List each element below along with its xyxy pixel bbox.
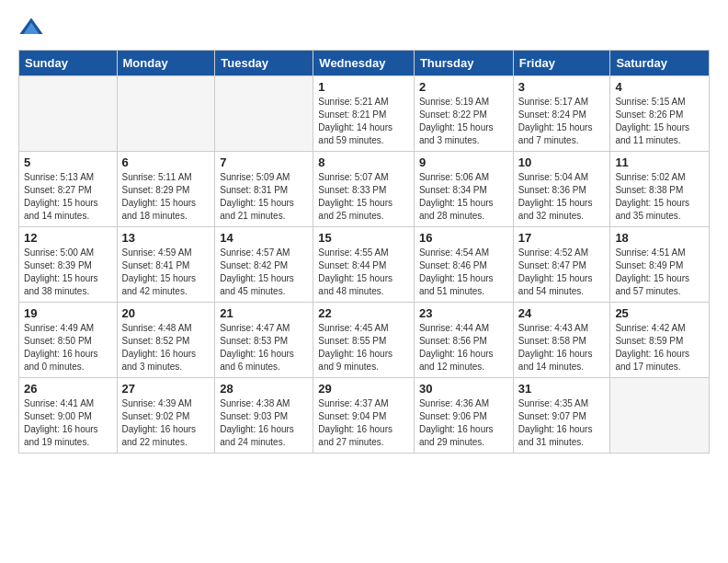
day-number: 26 xyxy=(24,382,112,396)
calendar-cell: 16Sunrise: 4:54 AM Sunset: 8:46 PM Dayli… xyxy=(414,227,513,303)
day-number: 1 xyxy=(318,80,409,94)
day-number: 30 xyxy=(419,382,508,396)
calendar-cell: 14Sunrise: 4:57 AM Sunset: 8:42 PM Dayli… xyxy=(215,227,313,303)
day-info: Sunrise: 5:06 AM Sunset: 8:34 PM Dayligh… xyxy=(419,171,508,223)
day-info: Sunrise: 4:37 AM Sunset: 9:04 PM Dayligh… xyxy=(318,397,409,449)
calendar-cell: 8Sunrise: 5:07 AM Sunset: 8:33 PM Daylig… xyxy=(313,152,415,227)
day-info: Sunrise: 4:54 AM Sunset: 8:46 PM Dayligh… xyxy=(419,247,508,298)
day-info: Sunrise: 4:35 AM Sunset: 9:07 PM Dayligh… xyxy=(518,397,606,449)
calendar-cell: 7Sunrise: 5:09 AM Sunset: 8:31 PM Daylig… xyxy=(215,152,313,227)
day-info: Sunrise: 5:09 AM Sunset: 8:31 PM Dayligh… xyxy=(220,171,308,223)
calendar-cell: 9Sunrise: 5:06 AM Sunset: 8:34 PM Daylig… xyxy=(414,152,513,227)
calendar-cell: 11Sunrise: 5:02 AM Sunset: 8:38 PM Dayli… xyxy=(610,152,710,227)
day-number: 23 xyxy=(419,306,508,320)
calendar-cell: 18Sunrise: 4:51 AM Sunset: 8:49 PM Dayli… xyxy=(610,227,710,303)
page: SundayMondayTuesdayWednesdayThursdayFrid… xyxy=(0,0,728,468)
day-number: 2 xyxy=(419,80,508,94)
day-number: 11 xyxy=(615,155,704,169)
day-number: 18 xyxy=(615,231,704,245)
day-header-sunday: Sunday xyxy=(19,51,118,76)
calendar-cell: 27Sunrise: 4:39 AM Sunset: 9:02 PM Dayli… xyxy=(117,378,215,454)
calendar-week-2: 12Sunrise: 5:00 AM Sunset: 8:39 PM Dayli… xyxy=(19,227,710,303)
calendar-cell: 12Sunrise: 5:00 AM Sunset: 8:39 PM Dayli… xyxy=(19,227,118,303)
day-number: 28 xyxy=(220,382,308,396)
day-number: 27 xyxy=(122,382,210,396)
day-number: 14 xyxy=(220,231,308,245)
calendar-cell: 24Sunrise: 4:43 AM Sunset: 8:58 PM Dayli… xyxy=(513,303,610,378)
day-info: Sunrise: 4:38 AM Sunset: 9:03 PM Dayligh… xyxy=(220,397,308,449)
day-number: 8 xyxy=(318,155,409,169)
calendar-cell xyxy=(610,378,710,454)
day-info: Sunrise: 5:21 AM Sunset: 8:21 PM Dayligh… xyxy=(318,96,409,147)
day-info: Sunrise: 4:44 AM Sunset: 8:56 PM Dayligh… xyxy=(419,322,508,373)
day-number: 17 xyxy=(518,231,606,245)
calendar-cell: 2Sunrise: 5:19 AM Sunset: 8:22 PM Daylig… xyxy=(414,76,513,152)
day-number: 3 xyxy=(518,80,606,94)
day-number: 9 xyxy=(419,155,508,169)
day-header-saturday: Saturday xyxy=(610,51,710,76)
calendar-cell: 1Sunrise: 5:21 AM Sunset: 8:21 PM Daylig… xyxy=(313,76,415,152)
day-info: Sunrise: 5:04 AM Sunset: 8:36 PM Dayligh… xyxy=(518,171,606,223)
day-number: 16 xyxy=(419,231,508,245)
day-number: 15 xyxy=(318,231,409,245)
day-info: Sunrise: 4:41 AM Sunset: 9:00 PM Dayligh… xyxy=(24,397,112,449)
calendar-cell: 19Sunrise: 4:49 AM Sunset: 8:50 PM Dayli… xyxy=(19,303,118,378)
logo-icon xyxy=(18,15,44,40)
day-info: Sunrise: 4:49 AM Sunset: 8:50 PM Dayligh… xyxy=(24,322,112,373)
calendar-cell: 5Sunrise: 5:13 AM Sunset: 8:27 PM Daylig… xyxy=(19,152,118,227)
calendar-cell: 25Sunrise: 4:42 AM Sunset: 8:59 PM Dayli… xyxy=(610,303,710,378)
day-number: 7 xyxy=(220,155,308,169)
day-info: Sunrise: 4:47 AM Sunset: 8:53 PM Dayligh… xyxy=(220,322,308,373)
calendar-cell: 22Sunrise: 4:45 AM Sunset: 8:55 PM Dayli… xyxy=(313,303,415,378)
day-info: Sunrise: 5:15 AM Sunset: 8:26 PM Dayligh… xyxy=(615,96,704,147)
day-number: 22 xyxy=(318,306,409,320)
day-header-monday: Monday xyxy=(117,51,215,76)
calendar-cell: 20Sunrise: 4:48 AM Sunset: 8:52 PM Dayli… xyxy=(117,303,215,378)
day-info: Sunrise: 4:36 AM Sunset: 9:06 PM Dayligh… xyxy=(419,397,508,449)
calendar-cell: 6Sunrise: 5:11 AM Sunset: 8:29 PM Daylig… xyxy=(117,152,215,227)
day-info: Sunrise: 5:02 AM Sunset: 8:38 PM Dayligh… xyxy=(615,171,704,223)
calendar-cell: 21Sunrise: 4:47 AM Sunset: 8:53 PM Dayli… xyxy=(215,303,313,378)
day-info: Sunrise: 4:42 AM Sunset: 8:59 PM Dayligh… xyxy=(615,322,704,373)
calendar-cell xyxy=(19,76,118,152)
calendar-cell: 13Sunrise: 4:59 AM Sunset: 8:41 PM Dayli… xyxy=(117,227,215,303)
day-header-thursday: Thursday xyxy=(414,51,513,76)
day-info: Sunrise: 4:55 AM Sunset: 8:44 PM Dayligh… xyxy=(318,247,409,298)
day-info: Sunrise: 4:39 AM Sunset: 9:02 PM Dayligh… xyxy=(122,397,210,449)
day-number: 21 xyxy=(220,306,308,320)
day-header-tuesday: Tuesday xyxy=(215,51,313,76)
calendar-cell xyxy=(215,76,313,152)
calendar-cell: 26Sunrise: 4:41 AM Sunset: 9:00 PM Dayli… xyxy=(19,378,118,454)
calendar-cell: 3Sunrise: 5:17 AM Sunset: 8:24 PM Daylig… xyxy=(513,76,610,152)
day-number: 4 xyxy=(615,80,704,94)
day-info: Sunrise: 4:43 AM Sunset: 8:58 PM Dayligh… xyxy=(518,322,606,373)
calendar-cell: 10Sunrise: 5:04 AM Sunset: 8:36 PM Dayli… xyxy=(513,152,610,227)
day-info: Sunrise: 5:07 AM Sunset: 8:33 PM Dayligh… xyxy=(318,171,409,223)
calendar-week-3: 19Sunrise: 4:49 AM Sunset: 8:50 PM Dayli… xyxy=(19,303,710,378)
day-info: Sunrise: 5:17 AM Sunset: 8:24 PM Dayligh… xyxy=(518,96,606,147)
logo xyxy=(18,15,48,40)
day-number: 5 xyxy=(24,155,112,169)
day-header-friday: Friday xyxy=(513,51,610,76)
day-number: 10 xyxy=(518,155,606,169)
calendar-cell xyxy=(117,76,215,152)
day-info: Sunrise: 4:52 AM Sunset: 8:47 PM Dayligh… xyxy=(518,247,606,298)
calendar-cell: 29Sunrise: 4:37 AM Sunset: 9:04 PM Dayli… xyxy=(313,378,415,454)
day-number: 24 xyxy=(518,306,606,320)
calendar-cell: 31Sunrise: 4:35 AM Sunset: 9:07 PM Dayli… xyxy=(513,378,610,454)
calendar-header-row: SundayMondayTuesdayWednesdayThursdayFrid… xyxy=(19,51,710,76)
day-info: Sunrise: 5:19 AM Sunset: 8:22 PM Dayligh… xyxy=(419,96,508,147)
day-number: 31 xyxy=(518,382,606,396)
day-info: Sunrise: 4:48 AM Sunset: 8:52 PM Dayligh… xyxy=(122,322,210,373)
day-header-wednesday: Wednesday xyxy=(313,51,415,76)
calendar-cell: 28Sunrise: 4:38 AM Sunset: 9:03 PM Dayli… xyxy=(215,378,313,454)
calendar-cell: 15Sunrise: 4:55 AM Sunset: 8:44 PM Dayli… xyxy=(313,227,415,303)
calendar-week-4: 26Sunrise: 4:41 AM Sunset: 9:00 PM Dayli… xyxy=(19,378,710,454)
day-number: 20 xyxy=(122,306,210,320)
day-info: Sunrise: 5:11 AM Sunset: 8:29 PM Dayligh… xyxy=(122,171,210,223)
day-info: Sunrise: 4:59 AM Sunset: 8:41 PM Dayligh… xyxy=(122,247,210,298)
day-info: Sunrise: 4:57 AM Sunset: 8:42 PM Dayligh… xyxy=(220,247,308,298)
day-info: Sunrise: 5:13 AM Sunset: 8:27 PM Dayligh… xyxy=(24,171,112,223)
calendar-cell: 23Sunrise: 4:44 AM Sunset: 8:56 PM Dayli… xyxy=(414,303,513,378)
calendar-cell: 30Sunrise: 4:36 AM Sunset: 9:06 PM Dayli… xyxy=(414,378,513,454)
